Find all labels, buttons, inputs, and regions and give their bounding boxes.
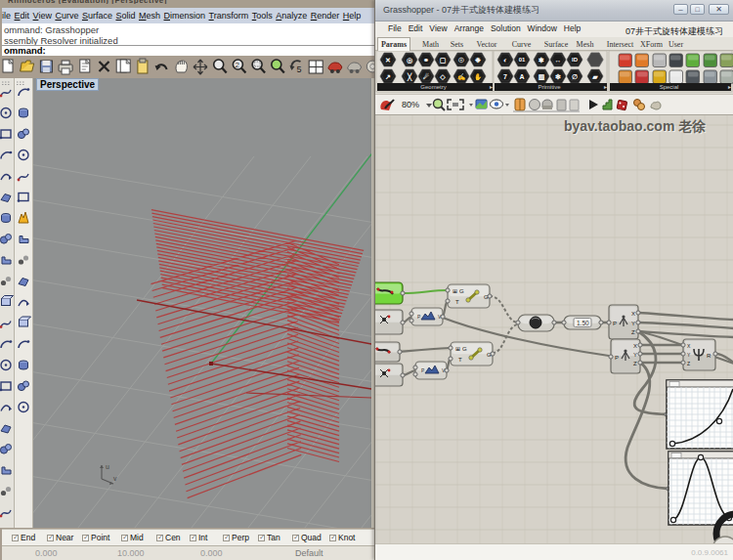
- svg-text:Z: Z: [633, 361, 637, 366]
- svg-text:✱: ✱: [539, 57, 544, 64]
- svg-text:Y: Y: [633, 352, 637, 358]
- svg-text:ID: ID: [572, 57, 579, 63]
- svg-text:∅: ∅: [572, 73, 578, 80]
- svg-text:✍: ✍: [457, 72, 466, 81]
- svg-text:◐: ◐: [503, 57, 507, 64]
- svg-text:Y: Y: [631, 321, 635, 326]
- svg-text:⚭: ⚭: [423, 57, 429, 64]
- svg-text:80%: 80%: [402, 100, 419, 109]
- svg-text:☄: ☄: [423, 72, 429, 80]
- svg-text:7: 7: [503, 73, 507, 80]
- svg-text:A: A: [519, 73, 524, 80]
- svg-text:01: 01: [519, 57, 526, 63]
- svg-text:X: X: [631, 311, 635, 317]
- svg-text:T: T: [458, 357, 462, 363]
- svg-text:↗: ↗: [385, 73, 391, 80]
- svg-text:X: X: [633, 343, 637, 349]
- svg-text:✕: ✕: [385, 57, 391, 64]
- svg-text:⊞: ⊞: [455, 346, 460, 352]
- svg-text:5: 5: [297, 65, 302, 74]
- svg-text:◎: ◎: [407, 57, 413, 65]
- svg-text:Z: Z: [687, 361, 690, 366]
- svg-text:1.50: 1.50: [577, 320, 589, 326]
- svg-text:G: G: [462, 346, 467, 352]
- svg-text:❇: ❇: [555, 73, 561, 80]
- svg-text:▨: ▨: [539, 73, 545, 80]
- svg-text:▢: ▢: [440, 57, 447, 64]
- svg-text:❉: ❉: [475, 57, 481, 64]
- svg-text:✋: ✋: [474, 72, 483, 81]
- svg-text:G: G: [459, 288, 464, 294]
- svg-text:P: P: [613, 321, 617, 326]
- svg-text:☉: ☉: [458, 57, 464, 64]
- svg-text:G: G: [487, 352, 492, 358]
- svg-text:G: G: [484, 294, 489, 300]
- svg-text:Z: Z: [631, 329, 635, 335]
- svg-text:v: v: [113, 475, 117, 482]
- svg-text:2: 2: [235, 61, 239, 69]
- svg-text:R: R: [707, 353, 711, 359]
- svg-text:↔: ↔: [555, 57, 562, 64]
- svg-text:P: P: [615, 355, 619, 361]
- svg-text:◇: ◇: [439, 73, 446, 81]
- svg-text:▰: ▰: [591, 73, 598, 80]
- svg-text:T: T: [455, 299, 459, 305]
- svg-text:⊞: ⊞: [453, 288, 457, 294]
- svg-text:u: u: [106, 463, 109, 470]
